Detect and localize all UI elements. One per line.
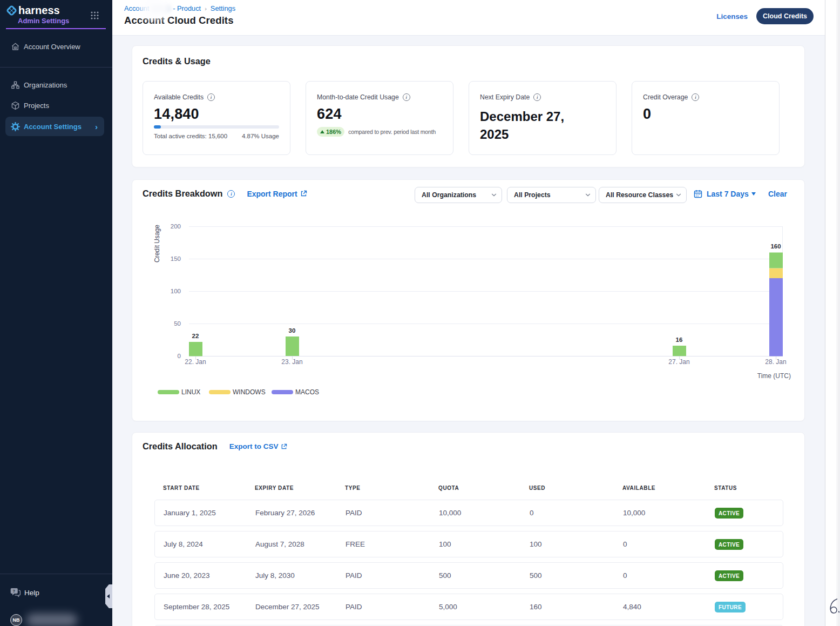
svg-text:Time (UTC): Time (UTC): [757, 372, 791, 380]
svg-text:Credit Usage: Credit Usage: [153, 225, 161, 262]
svg-text:160: 160: [770, 243, 781, 250]
svg-text:0: 0: [178, 353, 181, 359]
svg-text:16: 16: [676, 336, 683, 343]
svg-text:30: 30: [289, 327, 296, 334]
svg-text:150: 150: [171, 255, 181, 262]
svg-text:28. Jan: 28. Jan: [765, 358, 786, 366]
svg-text:100: 100: [171, 288, 181, 294]
svg-text:27. Jan: 27. Jan: [668, 358, 689, 366]
svg-text:?: ?: [13, 589, 16, 594]
svg-text:22: 22: [192, 333, 199, 339]
svg-text:200: 200: [171, 223, 181, 230]
svg-text:23. Jan: 23. Jan: [281, 358, 302, 366]
svg-text:22. Jan: 22. Jan: [185, 358, 206, 366]
svg-text:50: 50: [174, 320, 181, 327]
